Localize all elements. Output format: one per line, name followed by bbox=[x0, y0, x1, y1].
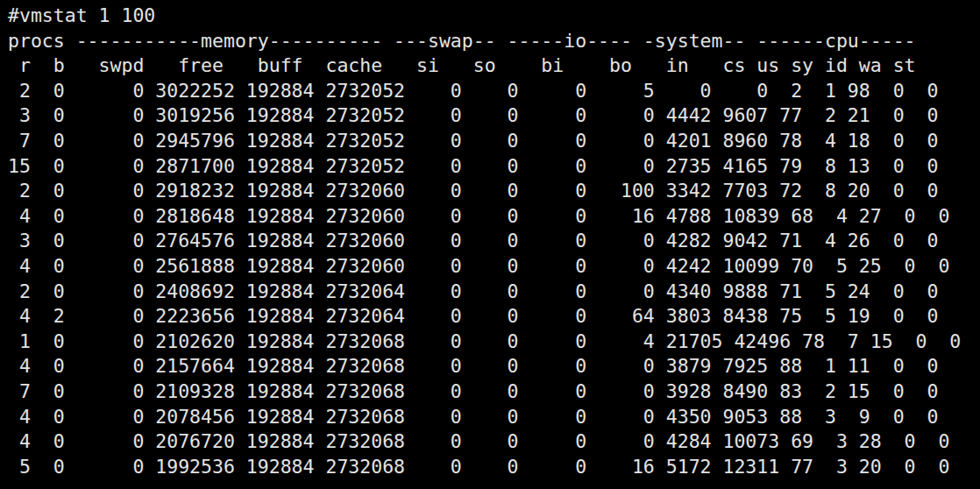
vmstat-row: 7 0 0 2945796 192884 2732052 0 0 0 0 420… bbox=[8, 129, 980, 154]
vmstat-group-header: procs -----------memory---------- ---swa… bbox=[8, 29, 980, 54]
terminal-output: #vmstat 1 100procs -----------memory----… bbox=[8, 4, 980, 479]
command-line: #vmstat 1 100 bbox=[8, 4, 980, 29]
vmstat-rows: 2 0 0 3022252 192884 2732052 0 0 0 5 0 0… bbox=[8, 79, 980, 480]
vmstat-row: 4 0 0 2157664 192884 2732068 0 0 0 0 387… bbox=[8, 354, 980, 379]
terminal-window: #vmstat 1 100procs -----------memory----… bbox=[0, 0, 980, 489]
vmstat-row: 2 0 0 3022252 192884 2732052 0 0 0 5 0 0… bbox=[8, 79, 980, 104]
vmstat-row: 4 2 0 2223656 192884 2732064 0 0 0 64 38… bbox=[8, 304, 980, 330]
vmstat-row: 2 0 0 2918232 192884 2732060 0 0 0 100 3… bbox=[8, 179, 980, 204]
vmstat-row: 4 0 0 2076720 192884 2732068 0 0 0 0 428… bbox=[8, 429, 980, 455]
vmstat-row: 5 0 0 1992536 192884 2732068 0 0 0 16 51… bbox=[8, 455, 980, 480]
vmstat-row: 7 0 0 2109328 192884 2732068 0 0 0 0 392… bbox=[8, 379, 980, 405]
vmstat-row: 4 0 0 2818648 192884 2732060 0 0 0 16 47… bbox=[8, 204, 980, 230]
vmstat-row: 1 0 0 2102620 192884 2732068 0 0 0 4 217… bbox=[8, 330, 980, 355]
vmstat-row: 2 0 0 2408692 192884 2732064 0 0 0 0 434… bbox=[8, 280, 980, 305]
vmstat-row: 3 0 0 3019256 192884 2732052 0 0 0 0 444… bbox=[8, 103, 980, 129]
vmstat-row: 15 0 0 2871700 192884 2732052 0 0 0 0 27… bbox=[8, 154, 980, 180]
vmstat-row: 4 0 0 2561888 192884 2732060 0 0 0 0 424… bbox=[8, 254, 980, 280]
vmstat-column-header: r b swpd free buff cache si so bi bo in … bbox=[8, 53, 980, 79]
vmstat-row: 3 0 0 2764576 192884 2732060 0 0 0 0 428… bbox=[8, 229, 980, 254]
vmstat-row: 4 0 0 2078456 192884 2732068 0 0 0 0 435… bbox=[8, 405, 980, 430]
